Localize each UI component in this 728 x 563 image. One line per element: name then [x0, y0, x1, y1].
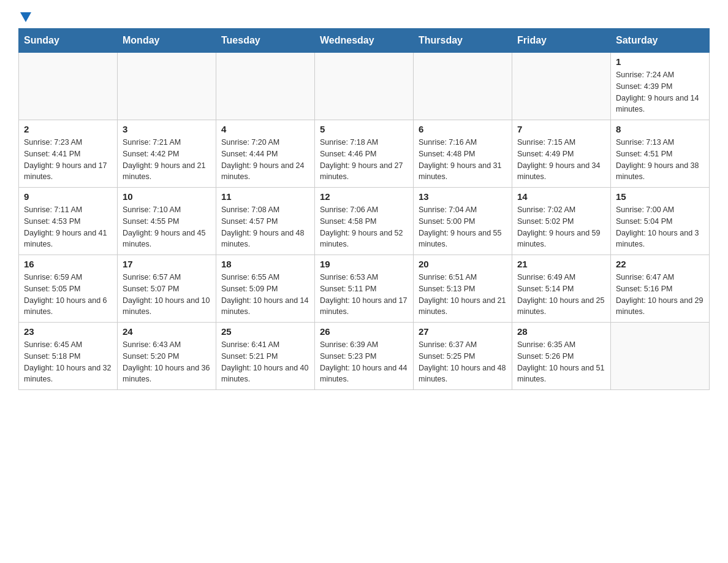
day-info: Sunrise: 7:10 AM Sunset: 4:55 PM Dayligh…	[123, 204, 211, 250]
calendar-cell: 9Sunrise: 7:11 AM Sunset: 4:53 PM Daylig…	[19, 188, 118, 255]
day-number: 25	[221, 326, 309, 337]
column-header-wednesday: Wednesday	[315, 29, 414, 53]
calendar-cell	[19, 53, 118, 120]
calendar-cell: 23Sunrise: 6:45 AM Sunset: 5:18 PM Dayli…	[19, 323, 118, 390]
day-info: Sunrise: 6:59 AM Sunset: 5:05 PM Dayligh…	[24, 272, 112, 318]
day-number: 12	[320, 191, 408, 202]
calendar-cell: 1Sunrise: 7:24 AM Sunset: 4:39 PM Daylig…	[611, 53, 710, 120]
calendar-cell: 24Sunrise: 6:43 AM Sunset: 5:20 PM Dayli…	[118, 323, 216, 390]
calendar-week-row: 23Sunrise: 6:45 AM Sunset: 5:18 PM Dayli…	[19, 323, 710, 390]
day-info: Sunrise: 7:02 AM Sunset: 5:02 PM Dayligh…	[517, 204, 605, 250]
day-info: Sunrise: 6:39 AM Sunset: 5:23 PM Dayligh…	[320, 339, 408, 385]
day-info: Sunrise: 7:23 AM Sunset: 4:41 PM Dayligh…	[24, 137, 112, 183]
calendar-cell	[512, 53, 611, 120]
calendar-cell: 22Sunrise: 6:47 AM Sunset: 5:16 PM Dayli…	[611, 255, 710, 323]
day-number: 18	[221, 259, 309, 269]
day-number: 24	[123, 326, 211, 337]
day-info: Sunrise: 6:37 AM Sunset: 5:25 PM Dayligh…	[419, 339, 507, 385]
calendar-cell: 20Sunrise: 6:51 AM Sunset: 5:13 PM Dayli…	[414, 255, 512, 323]
day-info: Sunrise: 7:21 AM Sunset: 4:42 PM Dayligh…	[123, 137, 211, 183]
calendar-week-row: 2Sunrise: 7:23 AM Sunset: 4:41 PM Daylig…	[19, 120, 710, 188]
column-header-thursday: Thursday	[414, 29, 512, 53]
calendar-cell	[315, 53, 414, 120]
day-number: 17	[123, 259, 211, 269]
calendar-cell: 7Sunrise: 7:15 AM Sunset: 4:49 PM Daylig…	[512, 120, 611, 188]
day-info: Sunrise: 6:55 AM Sunset: 5:09 PM Dayligh…	[221, 272, 309, 318]
calendar-cell: 14Sunrise: 7:02 AM Sunset: 5:02 PM Dayli…	[512, 188, 611, 255]
day-info: Sunrise: 6:35 AM Sunset: 5:26 PM Dayligh…	[517, 339, 605, 385]
day-number: 16	[24, 259, 112, 269]
calendar-cell: 10Sunrise: 7:10 AM Sunset: 4:55 PM Dayli…	[118, 188, 216, 255]
day-number: 28	[517, 326, 605, 337]
logo-triangle-icon	[20, 12, 31, 22]
logo	[18, 12, 31, 22]
calendar-cell: 21Sunrise: 6:49 AM Sunset: 5:14 PM Dayli…	[512, 255, 611, 323]
day-number: 9	[24, 191, 112, 202]
day-number: 19	[320, 259, 408, 269]
calendar-cell: 13Sunrise: 7:04 AM Sunset: 5:00 PM Dayli…	[414, 188, 512, 255]
day-number: 14	[517, 191, 605, 202]
calendar-cell: 3Sunrise: 7:21 AM Sunset: 4:42 PM Daylig…	[118, 120, 216, 188]
header	[18, 12, 710, 22]
day-number: 2	[24, 124, 112, 134]
calendar-cell: 17Sunrise: 6:57 AM Sunset: 5:07 PM Dayli…	[118, 255, 216, 323]
calendar-cell: 15Sunrise: 7:00 AM Sunset: 5:04 PM Dayli…	[611, 188, 710, 255]
calendar-cell	[118, 53, 216, 120]
day-number: 15	[616, 191, 704, 202]
day-number: 10	[123, 191, 211, 202]
day-number: 21	[517, 259, 605, 269]
calendar-cell: 6Sunrise: 7:16 AM Sunset: 4:48 PM Daylig…	[414, 120, 512, 188]
day-info: Sunrise: 7:16 AM Sunset: 4:48 PM Dayligh…	[419, 137, 507, 183]
column-header-tuesday: Tuesday	[216, 29, 315, 53]
day-info: Sunrise: 7:11 AM Sunset: 4:53 PM Dayligh…	[24, 204, 112, 250]
calendar-cell: 16Sunrise: 6:59 AM Sunset: 5:05 PM Dayli…	[19, 255, 118, 323]
calendar-cell: 28Sunrise: 6:35 AM Sunset: 5:26 PM Dayli…	[512, 323, 611, 390]
column-header-friday: Friday	[512, 29, 611, 53]
calendar-week-row: 9Sunrise: 7:11 AM Sunset: 4:53 PM Daylig…	[19, 188, 710, 255]
day-info: Sunrise: 7:18 AM Sunset: 4:46 PM Dayligh…	[320, 137, 408, 183]
day-info: Sunrise: 6:47 AM Sunset: 5:16 PM Dayligh…	[616, 272, 704, 318]
day-number: 26	[320, 326, 408, 337]
calendar-cell: 2Sunrise: 7:23 AM Sunset: 4:41 PM Daylig…	[19, 120, 118, 188]
day-info: Sunrise: 7:06 AM Sunset: 4:58 PM Dayligh…	[320, 204, 408, 250]
day-number: 1	[616, 56, 704, 67]
day-info: Sunrise: 6:41 AM Sunset: 5:21 PM Dayligh…	[221, 339, 309, 385]
day-info: Sunrise: 7:24 AM Sunset: 4:39 PM Dayligh…	[616, 69, 704, 115]
calendar-cell: 8Sunrise: 7:13 AM Sunset: 4:51 PM Daylig…	[611, 120, 710, 188]
calendar-cell	[414, 53, 512, 120]
day-info: Sunrise: 7:08 AM Sunset: 4:57 PM Dayligh…	[221, 204, 309, 250]
day-number: 4	[221, 124, 309, 134]
day-info: Sunrise: 6:57 AM Sunset: 5:07 PM Dayligh…	[123, 272, 211, 318]
calendar-cell: 27Sunrise: 6:37 AM Sunset: 5:25 PM Dayli…	[414, 323, 512, 390]
day-number: 11	[221, 191, 309, 202]
day-info: Sunrise: 7:20 AM Sunset: 4:44 PM Dayligh…	[221, 137, 309, 183]
day-info: Sunrise: 6:53 AM Sunset: 5:11 PM Dayligh…	[320, 272, 408, 318]
calendar-header-row: SundayMondayTuesdayWednesdayThursdayFrid…	[19, 29, 710, 53]
calendar-cell: 18Sunrise: 6:55 AM Sunset: 5:09 PM Dayli…	[216, 255, 315, 323]
day-number: 23	[24, 326, 112, 337]
column-header-sunday: Sunday	[19, 29, 118, 53]
calendar-cell: 5Sunrise: 7:18 AM Sunset: 4:46 PM Daylig…	[315, 120, 414, 188]
column-header-saturday: Saturday	[611, 29, 710, 53]
calendar-cell: 26Sunrise: 6:39 AM Sunset: 5:23 PM Dayli…	[315, 323, 414, 390]
day-number: 5	[320, 124, 408, 134]
calendar-cell: 11Sunrise: 7:08 AM Sunset: 4:57 PM Dayli…	[216, 188, 315, 255]
calendar-cell	[611, 323, 710, 390]
day-number: 22	[616, 259, 704, 269]
calendar-cell	[216, 53, 315, 120]
day-number: 13	[419, 191, 507, 202]
day-number: 7	[517, 124, 605, 134]
column-header-monday: Monday	[118, 29, 216, 53]
day-number: 6	[419, 124, 507, 134]
calendar-cell: 19Sunrise: 6:53 AM Sunset: 5:11 PM Dayli…	[315, 255, 414, 323]
calendar-week-row: 1Sunrise: 7:24 AM Sunset: 4:39 PM Daylig…	[19, 53, 710, 120]
day-number: 3	[123, 124, 211, 134]
calendar-table: SundayMondayTuesdayWednesdayThursdayFrid…	[18, 28, 710, 390]
day-info: Sunrise: 6:45 AM Sunset: 5:18 PM Dayligh…	[24, 339, 112, 385]
calendar-cell: 4Sunrise: 7:20 AM Sunset: 4:44 PM Daylig…	[216, 120, 315, 188]
day-info: Sunrise: 6:51 AM Sunset: 5:13 PM Dayligh…	[419, 272, 507, 318]
day-number: 27	[419, 326, 507, 337]
calendar-week-row: 16Sunrise: 6:59 AM Sunset: 5:05 PM Dayli…	[19, 255, 710, 323]
day-info: Sunrise: 6:43 AM Sunset: 5:20 PM Dayligh…	[123, 339, 211, 385]
day-info: Sunrise: 6:49 AM Sunset: 5:14 PM Dayligh…	[517, 272, 605, 318]
